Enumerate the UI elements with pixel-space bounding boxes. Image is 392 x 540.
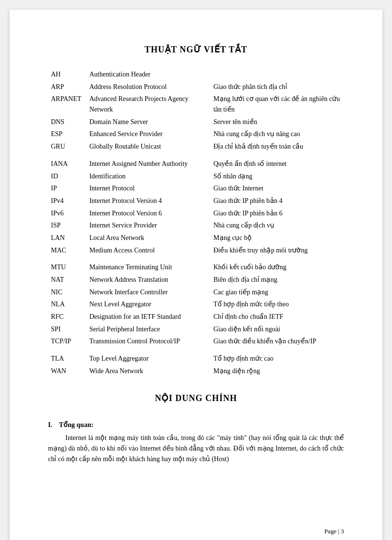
meaning-dns: Server tên miền [210,116,344,128]
table-row: IANA Internet Assigned Number Authority … [48,158,344,170]
table-row: WAN Wide Area Network Mạng diện rộng [48,365,344,377]
meaning-gru: Địa chỉ khả định tuyến toàn cầu [210,140,344,153]
meaning-id: Số nhân dạng [210,170,344,183]
abbr-dns: DNS [48,116,86,128]
table-row: AH Authentication Header [48,68,344,81]
spacer [48,348,344,352]
page-footer: Page | 3 [324,527,344,535]
table-row: SPI Serial Peripheral Interface Giao diệ… [48,323,344,336]
term-gru: Globally Routable Unicast [86,140,210,153]
term-arp: Address Resolution Protocol [86,81,210,93]
abbr-arp: ARP [48,81,86,93]
abbreviation-table: AH Authentication Header ARP Address Res… [48,68,344,377]
meaning-ah [210,68,344,81]
table-row: NIC Network Interface Controller Cac gia… [48,286,344,299]
section-i-heading: I. Tổng quan: [48,421,344,429]
meaning-nla: Tổ hợp định mức tiếp theo [210,298,344,311]
table-row: ID Identification Số nhân dạng [48,170,344,183]
term-rfc: Designation for an IETF Standard [86,311,210,323]
term-ipv4: Internet Protocol Version 4 [86,195,210,207]
page-number: Page | 3 [324,527,344,535]
term-ip: Internet Protocol [86,182,210,195]
meaning-isp: Nhà cung cấp dịch vụ [210,219,344,232]
term-lan: Local Area Network [86,232,210,244]
abbr-spi: SPI [48,323,86,336]
meaning-rfc: Chỉ định cho chuẩn IETF [210,311,344,323]
term-mtu: Maintenance Terminating Unit [86,261,210,274]
table-row: TLA Top Level Aggregator Tổ hợp định mức… [48,352,344,365]
meaning-lan: Mạng cục bộ [210,232,344,244]
abbreviations-title: THUẬT NGỮ VIẾT TẮT [48,44,344,55]
abbr-mac: MAC [48,244,86,257]
table-row: NLA Next Level Aggregator Tổ hợp định mứ… [48,298,344,311]
term-mac: Medium Access Control [86,244,210,257]
meaning-arpanet: Mạng lưới cơ quan với các đề án nghiên c… [210,93,344,115]
term-ah: Authentication Header [86,68,210,81]
table-row: IPv4 Internet Protocol Version 4 Giao th… [48,195,344,207]
abbr-id: ID [48,170,86,183]
abbr-arpanet: ARPANET [48,93,86,115]
meaning-nat: Biên dịch địa chỉ mạng [210,274,344,286]
table-row: ISP Internet Service Provider Nhà cung c… [48,219,344,232]
abbr-ah: AH [48,68,86,81]
term-nat: Network Address Translation [86,274,210,286]
abbr-isp: ISP [48,219,86,232]
abbr-iana: IANA [48,158,86,170]
meaning-iana: Quyền ấn định số internet [210,158,344,170]
abbr-ipv4: IPv4 [48,195,86,207]
abbr-nic: NIC [48,286,86,299]
term-isp: Internet Service Provider [86,219,210,232]
section-i-paragraph: Internet là một mạng máy tính toàn cầu, … [48,433,344,465]
abbr-esp: ESP [48,128,86,140]
abbr-ipv6: IPv6 [48,207,86,220]
meaning-wan: Mạng diện rộng [210,365,344,377]
table-row: ESP Enhanced Service Provider Nhà cung c… [48,128,344,140]
table-row: DNS Domain Name Server Server tên miền [48,116,344,128]
abbr-ip: IP [48,182,86,195]
table-row: ARP Address Resolution Protocol Giao thứ… [48,81,344,93]
spacer [48,256,344,261]
spacer [48,153,344,158]
term-ipv6: Internet Protocol Version 6 [86,207,210,220]
main-content-title: NỘI DUNG CHÍNH [48,393,344,403]
term-nla: Next Level Aggregator [86,298,210,311]
meaning-mtu: Khối kết cuối bảo dưỡng [210,261,344,274]
meaning-mac: Điều khiển truy nhập môi trường [210,244,344,257]
abbr-tcpip: TCP/IP [48,335,86,348]
meaning-esp: Nhà cung cấp dịch vụ nâng cao [210,128,344,140]
page: THUẬT NGỮ VIẾT TẮT AH Authentication Hea… [10,10,382,540]
term-nic: Network Interface Controller [86,286,210,299]
meaning-nic: Cac giao tiếp mạng [210,286,344,299]
table-row: GRU Globally Routable Unicast Địa chỉ kh… [48,140,344,153]
table-row: LAN Local Area Network Mạng cục bộ [48,232,344,244]
table-row: MTU Maintenance Terminating Unit Khối kế… [48,261,344,274]
abbr-tla: TLA [48,352,86,365]
term-arpanet: Advanced Research Projects Agency Networ… [86,93,210,115]
term-dns: Domain Name Server [86,116,210,128]
meaning-ip: Giao thức Internet [210,182,344,195]
meaning-ipv4: Giao thức IP phiên bản 4 [210,195,344,207]
term-iana: Internet Assigned Number Authority [86,158,210,170]
meaning-tla: Tổ hợp định mức cao [210,352,344,365]
table-row: IPv6 Internet Protocol Version 6 Giao th… [48,207,344,220]
table-row: TCP/IP Transmission Control Protocol/IP … [48,335,344,348]
abbr-lan: LAN [48,232,86,244]
table-row: NAT Network Address Translation Biên dịc… [48,274,344,286]
term-wan: Wide Area Network [86,365,210,377]
abbr-wan: WAN [48,365,86,377]
section-i-container: I. Tổng quan: Internet là một mạng máy t… [48,421,344,465]
term-esp: Enhanced Service Provider [86,128,210,140]
meaning-spi: Giao diện kết nối ngoài [210,323,344,336]
term-spi: Serial Peripheral Interface [86,323,210,336]
meaning-tcpip: Giao thức điều khiển vận chuyển/IP [210,335,344,348]
table-row: MAC Medium Access Control Điều khiển tru… [48,244,344,257]
abbr-mtu: MTU [48,261,86,274]
term-id: Identification [86,170,210,183]
abbr-nla: NLA [48,298,86,311]
abbr-gru: GRU [48,140,86,153]
abbr-rfc: RFC [48,311,86,323]
meaning-ipv6: Giao thức IP phiên bản 6 [210,207,344,220]
term-tcpip: Transmission Control Protocol/IP [86,335,210,348]
table-row: IP Internet Protocol Giao thức Internet [48,182,344,195]
meaning-arp: Giao thức phân tích địa chỉ [210,81,344,93]
